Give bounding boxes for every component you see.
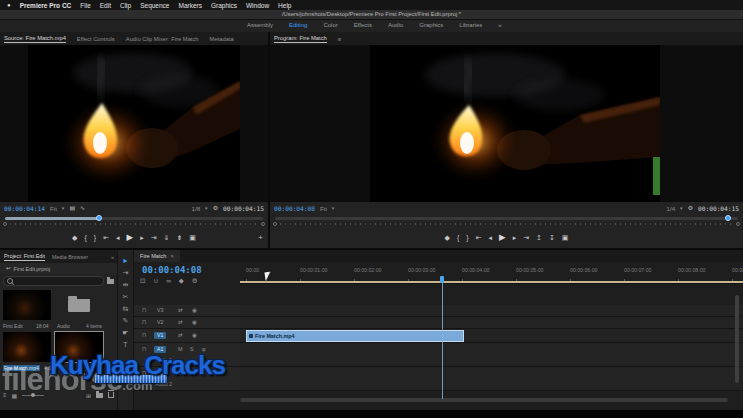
sync-lock-icon[interactable]: ⇄ [178,308,183,314]
icon-view-button[interactable]: ▦ [12,392,18,399]
mark-in-button[interactable]: { [457,234,459,241]
timeline-settings-wrench-icon[interactable]: ⚙ [192,277,198,285]
track-lane-a1[interactable] [240,343,743,367]
play-button[interactable]: ▶ [127,233,134,242]
drag-audio-only-icon[interactable]: ∿ [80,205,85,211]
tab-program[interactable]: Program: Fire Match [274,35,327,43]
type-tool[interactable]: T [123,341,127,348]
mark-in-button[interactable]: { [85,234,87,241]
snap-magnet-icon[interactable]: ∪ [153,277,158,285]
settings-wrench-icon[interactable]: ⚙ [688,205,693,211]
step-back-button[interactable]: ◂ [489,234,493,241]
track-lane-v2[interactable] [240,317,743,329]
program-scrubber[interactable] [270,214,743,227]
solo-button[interactable]: S [190,347,194,353]
timeline-playhead-head[interactable] [440,276,444,283]
track-select-tool[interactable]: ⇥ [123,269,129,276]
program-playhead-knob[interactable] [725,215,731,221]
workspace-color[interactable]: Color [323,22,337,28]
apple-menu-icon[interactable]: ● [7,2,11,8]
extract-button[interactable]: ↧ [549,234,555,241]
hand-tool[interactable]: ☛ [122,329,128,336]
button-editor-plus[interactable]: + [258,233,263,242]
menu-edit[interactable]: Edit [100,2,111,9]
slip-tool[interactable]: ⇆ [123,305,129,312]
track-lock-icon[interactable]: ⊓ [142,320,146,326]
track-target-a1[interactable]: A1 [154,346,166,353]
timeline-vertical-scrollbar[interactable] [735,295,739,383]
menu-clip[interactable]: Clip [120,2,131,9]
track-lane-v3[interactable] [240,305,743,317]
menu-help[interactable]: Help [278,2,291,9]
project-item-label-selected[interactable]: Fire Match.mp4 [3,365,40,371]
workspace-assembly[interactable]: Assembly [247,22,273,28]
track-visibility-eye-icon[interactable]: ◉ [192,333,197,339]
add-marker-icon[interactable]: ◆ [179,277,184,285]
program-scrubber-rail[interactable] [275,217,738,220]
selection-tool[interactable]: ► [122,257,129,264]
new-bin-button[interactable] [96,393,103,398]
track-target-v3[interactable]: V3 [154,307,166,314]
breadcrumb-label[interactable]: First Edit.prproj [14,266,51,272]
workspace-libraries[interactable]: Libraries [459,22,482,28]
overwrite-button[interactable]: ⇟ [176,234,182,241]
sync-lock-icon[interactable]: ⇄ [178,320,183,326]
workspace-editing[interactable]: Editing [289,22,307,28]
voiceover-mic-icon[interactable]: φ [202,347,206,353]
menu-graphics[interactable]: Graphics [211,2,237,9]
zoom-handle-left-icon[interactable] [273,222,277,226]
source-current-timecode[interactable]: 00:00:04:14 [4,205,45,212]
razor-tool[interactable]: ✂ [123,293,129,300]
track-target-v2[interactable]: V2 [154,319,166,326]
project-item-label[interactable]: Audio [57,323,70,329]
workspace-effects[interactable]: Effects [354,22,372,28]
project-item-bin[interactable] [55,290,103,320]
menu-sequence[interactable]: Sequence [140,2,169,9]
work-area-bar[interactable] [240,281,743,283]
track-visibility-eye-icon[interactable]: ◉ [192,308,197,314]
add-marker-button[interactable]: ◆ [72,234,77,241]
track-lock-icon[interactable]: ⊓ [142,371,146,377]
workspace-overflow-icon[interactable]: » [498,22,501,28]
program-current-timecode[interactable]: 00:00:04:08 [274,205,315,212]
track-visibility-eye-icon[interactable]: ◉ [192,320,197,326]
track-target-v1[interactable]: V1 [154,332,166,339]
workspace-graphics[interactable]: Graphics [419,22,443,28]
navigate-up-icon[interactable]: ↩ [6,266,11,272]
project-item-sequence-thumbnail[interactable] [3,290,51,320]
export-frame-button[interactable]: ▣ [562,234,569,241]
tab-audio-clip-mixer[interactable]: Audio Clip Mixer: Fire Match [126,36,199,42]
new-item-button[interactable]: ⊞ [86,392,91,399]
project-item-clip-thumbnail-selected[interactable] [55,332,103,362]
workspace-audio[interactable]: Audio [388,22,403,28]
nest-toggle-icon[interactable]: ⊡ [140,277,145,285]
pen-tool[interactable]: ✎ [123,317,129,324]
voiceover-mic-icon[interactable]: φ [202,371,206,377]
tab-metadata[interactable]: Metadata [210,36,234,42]
thumbnail-zoom-slider[interactable] [22,395,44,396]
mute-button[interactable]: M [178,371,183,377]
mark-out-button[interactable]: } [94,234,96,241]
close-icon[interactable]: × [170,253,173,259]
program-playback-resolution[interactable]: 1/4 [667,205,676,212]
menu-app-name[interactable]: Premiere Pro CC [20,2,72,9]
project-item-label[interactable]: First Edit [3,323,23,329]
solo-button[interactable]: S [190,371,194,377]
go-to-in-button[interactable]: ⇤ [103,234,109,241]
play-button[interactable]: ▶ [499,233,506,242]
timeline-horizontal-scrollbar[interactable] [240,398,728,402]
ripple-edit-tool[interactable]: ⇹ [123,281,129,288]
delete-trash-button[interactable] [108,392,114,398]
export-frame-button[interactable]: ▣ [189,234,196,241]
source-playback-resolution[interactable]: 1/8 [192,205,201,212]
panel-menu-icon[interactable]: ≡ [338,36,341,42]
tab-source[interactable]: Source: Fire Match.mp4 [4,35,66,43]
tab-media-browser[interactable]: Media Browser [52,254,88,260]
source-zoom-select[interactable]: Fit [50,205,57,212]
list-view-button[interactable]: ≡ [3,392,7,398]
source-playhead-knob[interactable] [96,215,102,221]
menu-file[interactable]: File [80,2,90,9]
track-lock-icon[interactable]: ⊓ [142,333,146,339]
tab-effect-controls[interactable]: Effect Controls [77,36,115,42]
step-back-button[interactable]: ◂ [116,234,120,241]
